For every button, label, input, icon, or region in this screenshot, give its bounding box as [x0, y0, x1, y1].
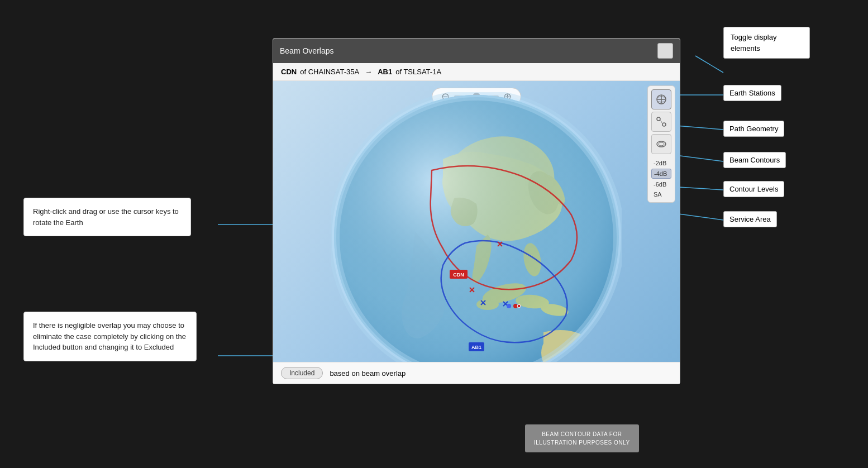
- svg-point-39: [507, 304, 511, 308]
- globe-svg: CDN AB1: [331, 92, 622, 383]
- beam-contours-text: Beam Contours: [729, 156, 780, 164]
- rotate-hint-text: Right-click and drag or use the cursor k…: [33, 207, 179, 227]
- contour-levels-label: Contour Levels: [723, 181, 784, 197]
- beam-contours-label: Beam Contours: [723, 152, 786, 168]
- path-geometry-label: Path Geometry: [723, 121, 784, 137]
- status-text: based on beam overlap: [330, 369, 406, 378]
- beam-overlaps-panel: Beam Overlaps CDN of CHAINSAT-35A → AB1 …: [273, 38, 680, 384]
- svg-line-5: [679, 214, 723, 220]
- status-bar: Included based on beam overlap: [273, 362, 680, 384]
- service-area-label: Service Area: [723, 211, 777, 227]
- rotate-hint-box: Right-click and drag or use the cursor k…: [23, 198, 191, 236]
- satellite1-beam: CDN: [281, 68, 297, 76]
- toggle-panel: -2dB -4dB -6dB SA: [647, 85, 675, 203]
- contour-minus4db[interactable]: -4dB: [651, 169, 671, 179]
- toggle-display-text: Toggle displayelements: [731, 33, 776, 52]
- contour-levels-group: -2dB -4dB -6dB SA: [651, 159, 671, 199]
- toggle-display-label: Toggle displayelements: [723, 27, 810, 59]
- panel-body: ⊖ ⊕: [273, 81, 680, 384]
- path-geometry-toggle-btn[interactable]: [651, 112, 671, 132]
- contour-minus2db[interactable]: -2dB: [651, 159, 671, 168]
- overlap-hint-text: If there is negligible overlap you may c…: [33, 321, 186, 351]
- svg-line-0: [695, 56, 723, 73]
- svg-line-3: [676, 155, 723, 161]
- toggle-display-btn[interactable]: [657, 43, 673, 59]
- svg-point-40: [517, 304, 521, 308]
- svg-point-48: [659, 142, 664, 146]
- svg-text:AB1: AB1: [471, 345, 481, 350]
- disclaimer-line1: BEAM CONTOUR DATA FOR: [534, 430, 630, 438]
- panel-header: CDN of CHAINSAT-35A → AB1 of TSLSAT-1A: [273, 63, 680, 81]
- disclaimer-line2: ILLUSTRATION PURPOSES ONLY: [534, 438, 630, 447]
- earth-stations-toggle-btn[interactable]: [651, 89, 671, 109]
- disclaimer: BEAM CONTOUR DATA FOR ILLUSTRATION PURPO…: [525, 424, 639, 452]
- earth-stations-text: Earth Stations: [729, 89, 775, 97]
- overlap-hint-box: If there is negligible overlap you may c…: [23, 312, 197, 361]
- path-geometry-text: Path Geometry: [729, 125, 778, 133]
- contour-sa[interactable]: SA: [651, 190, 671, 199]
- svg-line-4: [679, 187, 723, 190]
- arrow-separator: →: [365, 68, 372, 76]
- svg-line-2: [676, 126, 723, 130]
- beam-contours-toggle-btn[interactable]: [651, 134, 671, 154]
- service-area-text: Service Area: [729, 215, 771, 223]
- satellite2-beam: AB1: [378, 68, 392, 76]
- globe-container[interactable]: ⊖ ⊕: [273, 81, 680, 384]
- svg-text:CDN: CDN: [453, 272, 464, 278]
- satellite1-label: of CHAINSAT-35A: [300, 68, 359, 76]
- earth-stations-label: Earth Stations: [723, 85, 781, 101]
- svg-line-46: [660, 120, 663, 123]
- included-button[interactable]: Included: [281, 367, 323, 379]
- satellite2-label: of TSLSAT-1A: [395, 68, 441, 76]
- contour-minus6db[interactable]: -6dB: [651, 180, 671, 189]
- panel-title: Beam Overlaps: [280, 46, 333, 55]
- panel-titlebar: Beam Overlaps: [273, 39, 680, 63]
- contour-levels-text: Contour Levels: [729, 185, 778, 193]
